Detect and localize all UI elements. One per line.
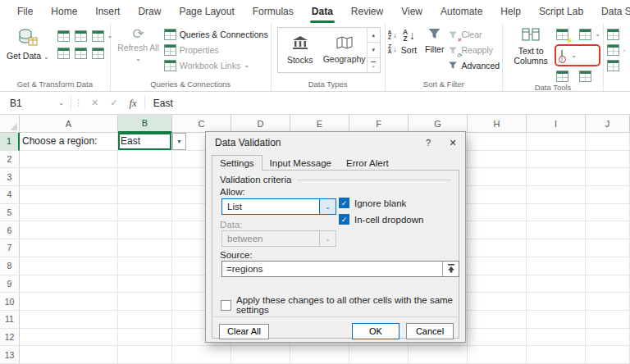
cell-B2[interactable] xyxy=(118,151,172,169)
cell-A6[interactable] xyxy=(20,221,118,239)
cell-G13[interactable] xyxy=(409,346,468,364)
cell-C13[interactable] xyxy=(172,346,231,364)
ignore-blank-checkbox[interactable]: ✓ Ignore blank xyxy=(339,198,423,208)
column-header-D[interactable]: D xyxy=(231,115,290,133)
enter-entry-icon[interactable]: ✓ xyxy=(104,98,123,108)
from-picture-button[interactable] xyxy=(75,48,88,59)
tab-automate[interactable]: Automate xyxy=(431,0,491,23)
formula-bar-grip[interactable]: ⋮ xyxy=(71,96,85,109)
tab-error-alert[interactable]: Error Alert xyxy=(339,156,396,171)
close-button[interactable]: ✕ xyxy=(441,132,465,153)
cell-J5[interactable] xyxy=(586,204,630,222)
cell-A7[interactable] xyxy=(20,239,118,257)
tab-formulas[interactable]: Formulas xyxy=(244,0,303,23)
from-web-button[interactable]: ⌄ xyxy=(92,30,105,42)
in-cell-dropdown-button[interactable]: ▼ xyxy=(172,133,186,150)
column-header-A[interactable]: A xyxy=(20,115,118,133)
formula-content[interactable]: East xyxy=(147,98,173,109)
cell-I8[interactable] xyxy=(527,257,586,275)
flash-fill-button[interactable]: ⚡ ⌄ xyxy=(556,29,600,40)
cell-H5[interactable] xyxy=(468,204,527,222)
cell-I10[interactable] xyxy=(527,293,586,311)
filter-button[interactable]: Filter xyxy=(421,23,448,57)
gallery-scroll-up-button[interactable]: ▴ xyxy=(368,28,380,43)
cell-H12[interactable] xyxy=(468,329,527,347)
cell-I9[interactable] xyxy=(527,275,586,293)
cell-J12[interactable] xyxy=(586,329,630,347)
source-input[interactable] xyxy=(222,262,442,276)
sort-button[interactable]: AZ ↓ Sort xyxy=(397,23,421,57)
row-header-13[interactable]: 13 xyxy=(0,346,20,364)
row-header-11[interactable]: 11 xyxy=(0,311,20,329)
row-header-4[interactable]: 4 xyxy=(0,186,20,204)
clear-all-button[interactable]: Clear All xyxy=(219,324,269,339)
cell-I2[interactable] xyxy=(527,151,586,169)
existing-connections-button[interactable] xyxy=(92,48,105,59)
ungroup-rows-button[interactable]: ⌄ xyxy=(607,44,625,56)
sort-az-button[interactable]: AZ ↓ xyxy=(388,30,397,41)
reapply-button[interactable]: ⟳ Reapply xyxy=(448,44,500,56)
tab-input-message[interactable]: Input Message xyxy=(262,156,339,171)
tab-data-science[interactable]: Data Science xyxy=(592,0,630,23)
cell-E13[interactable] xyxy=(290,346,349,364)
cell-D13[interactable] xyxy=(231,346,290,364)
from-table-button[interactable] xyxy=(57,48,71,59)
row-header-9[interactable]: 9 xyxy=(0,275,20,293)
cell-J1[interactable] xyxy=(586,133,630,151)
cell-B3[interactable] xyxy=(118,168,172,186)
cell-A1[interactable]: Choose a region: xyxy=(20,133,118,151)
select-all-button[interactable] xyxy=(0,115,20,133)
cell-I4[interactable] xyxy=(527,186,586,204)
cell-J7[interactable] xyxy=(586,239,630,257)
stocks-button[interactable]: Stocks xyxy=(278,28,322,72)
column-header-J[interactable]: J xyxy=(586,115,630,133)
cell-A12[interactable] xyxy=(20,329,118,347)
column-header-B[interactable]: B xyxy=(118,115,172,133)
cell-J8[interactable] xyxy=(586,257,630,275)
cell-B7[interactable] xyxy=(118,239,172,257)
cell-A13[interactable] xyxy=(20,346,118,364)
cell-A8[interactable] xyxy=(20,257,118,275)
cell-B1[interactable]: East▼ xyxy=(118,133,172,151)
collapse-dialog-button[interactable] xyxy=(442,262,459,276)
column-header-G[interactable]: G xyxy=(409,115,468,133)
cancel-button[interactable]: Cancel xyxy=(406,323,454,339)
cell-I6[interactable] xyxy=(527,221,586,239)
cell-J10[interactable] xyxy=(586,293,630,311)
column-header-H[interactable]: H xyxy=(468,115,527,133)
cell-B11[interactable] xyxy=(118,311,172,329)
row-header-7[interactable]: 7 xyxy=(0,239,20,257)
cell-I13[interactable] xyxy=(527,346,586,364)
cell-H9[interactable] xyxy=(468,275,527,293)
cell-I5[interactable] xyxy=(527,204,586,222)
tab-review[interactable]: Review xyxy=(342,0,392,23)
cell-A5[interactable] xyxy=(20,204,118,222)
row-header-1[interactable]: 1 xyxy=(0,133,20,151)
cell-I7[interactable] xyxy=(527,239,586,257)
cancel-entry-icon[interactable]: ✕ xyxy=(85,98,104,108)
cell-I11[interactable] xyxy=(527,311,586,329)
cell-B12[interactable] xyxy=(118,329,172,347)
cell-A9[interactable] xyxy=(20,275,118,293)
cell-B13[interactable] xyxy=(118,346,172,364)
geography-button[interactable]: Geography xyxy=(322,28,367,72)
tab-insert[interactable]: Insert xyxy=(86,0,129,23)
cell-B5[interactable] xyxy=(118,204,172,222)
row-header-3[interactable]: 3 xyxy=(0,168,20,186)
cell-B4[interactable] xyxy=(118,186,172,204)
column-header-E[interactable]: E xyxy=(290,115,349,133)
cell-A2[interactable] xyxy=(20,151,118,169)
recent-sources-button[interactable] xyxy=(57,30,71,42)
text-to-columns-button[interactable]: Text to Columns xyxy=(505,23,556,67)
advanced-button[interactable]: Advanced xyxy=(448,60,500,71)
cell-H6[interactable] xyxy=(468,221,527,239)
tab-settings[interactable]: Settings xyxy=(212,155,262,171)
cell-I3[interactable] xyxy=(527,168,586,186)
in-cell-dropdown-checkbox[interactable]: ✓ In-cell dropdown xyxy=(339,214,423,225)
cell-J4[interactable] xyxy=(586,186,630,204)
cell-H8[interactable] xyxy=(468,257,527,275)
group-rows-button[interactable] xyxy=(607,29,625,40)
row-header-5[interactable]: 5 xyxy=(0,204,20,222)
data-validation-button[interactable] xyxy=(561,49,563,61)
cell-B8[interactable] xyxy=(118,257,172,275)
